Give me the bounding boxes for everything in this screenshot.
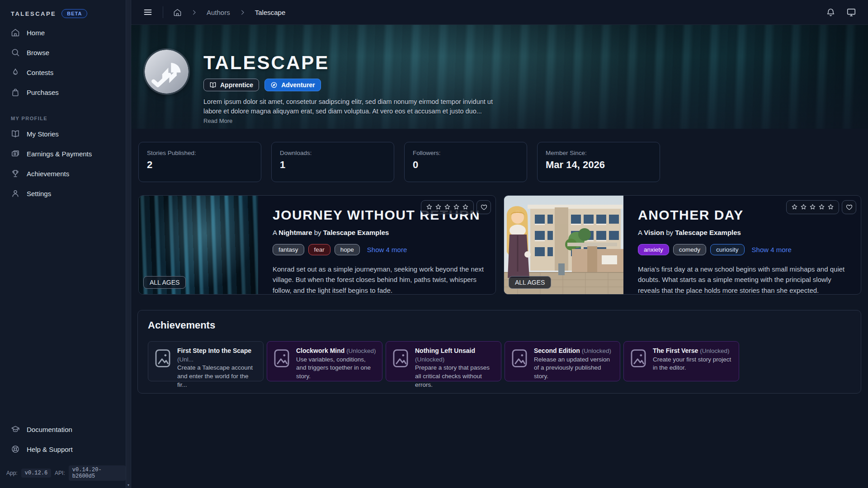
stat-member-since: Member Since: Mar 14, 2026 [537, 142, 660, 182]
tag-fantasy[interactable]: fantasy [273, 244, 304, 255]
story-byline: A Vision by Talescape Examples [638, 229, 852, 236]
sidebar-item-purchases[interactable]: Purchases [0, 82, 126, 102]
menu-toggle-icon[interactable] [143, 7, 153, 17]
tag-anxiety[interactable]: anxiety [638, 244, 669, 255]
sidebar-item-label: Home [27, 29, 45, 37]
stat-value: 2 [147, 159, 253, 171]
shopping-bag-icon [11, 88, 20, 97]
story-tags: anxiety comedy curiosity Show 4 more [638, 244, 852, 255]
chevron-right-icon [191, 9, 198, 16]
star-icon[interactable] [800, 203, 807, 211]
achievement-clockwork-mind[interactable]: Clockwork Mind (Unlocked) Use variables,… [267, 341, 382, 381]
stat-value: Mar 14, 2026 [546, 159, 651, 171]
sidebar-footer-nav: Documentation Help & Support [0, 419, 126, 459]
achievement-description: Release an updated version of a previous… [534, 356, 614, 381]
sidebar-item-home[interactable]: Home [0, 23, 126, 42]
image-placeholder-icon [273, 347, 291, 370]
sidebar-item-help-support[interactable]: Help & Support [0, 439, 126, 459]
tag-curiosity[interactable]: curiosity [710, 244, 745, 255]
trophy-icon [11, 169, 20, 178]
tag-comedy[interactable]: comedy [673, 244, 706, 255]
achievement-status: (Unlocked) [700, 347, 729, 354]
sidebar-item-settings[interactable]: Settings [0, 183, 126, 203]
flame-icon [11, 68, 20, 77]
sidebar-item-documentation[interactable]: Documentation [0, 419, 126, 439]
achievement-name: The First Verse [653, 347, 698, 354]
sidebar-scrollbar[interactable]: ▾ [126, 0, 130, 488]
breadcrumb-authors-link[interactable]: Authors [207, 9, 230, 16]
sidebar-item-contests[interactable]: Contests [0, 62, 126, 82]
story-card-another-day[interactable]: ALL AGES [504, 195, 861, 295]
topbar: Authors Talescape [131, 0, 868, 25]
star-icon[interactable] [453, 203, 460, 211]
achievement-nothing-left-unsaid[interactable]: Nothing Left Unsaid (Unlocked) Prepare a… [386, 341, 501, 381]
story-byline: A Nightmare by Talescape Examples [273, 229, 486, 236]
breadcrumb-home-icon[interactable] [173, 8, 182, 17]
sidebar-item-label: Earnings & Payments [27, 150, 92, 158]
image-placeholder-icon [629, 347, 647, 370]
show-more-tags-link[interactable]: Show 4 more [752, 246, 792, 253]
story-card-journey-without-return[interactable]: ALL AGES [138, 195, 496, 295]
sidebar-item-browse[interactable]: Browse [0, 42, 126, 62]
stats-row: Stories Published: 2 Downloads: 1 Follow… [138, 142, 861, 182]
sidebar-main-nav: Home Browse Contests Purchases [0, 23, 126, 102]
stat-label: Followers: [413, 150, 519, 156]
heart-icon [480, 203, 488, 211]
image-placeholder-icon [154, 347, 172, 370]
sidebar-item-earnings-payments[interactable]: Earnings & Payments [0, 144, 126, 164]
star-icon[interactable] [434, 203, 442, 211]
favorite-button[interactable] [476, 200, 491, 214]
stories-row: ALL AGES [138, 195, 861, 295]
story-genre: Nightmare [278, 229, 312, 236]
byline-prefix: A [273, 229, 277, 236]
sidebar-item-achievements[interactable]: Achievements [0, 164, 126, 183]
star-icon[interactable] [827, 203, 835, 211]
achievement-second-edition[interactable]: Second Edition (Unlocked) Release an upd… [505, 341, 620, 381]
author-badges: Apprentice Adventurer [203, 79, 507, 91]
image-placeholder-icon [510, 347, 528, 370]
star-icon[interactable] [809, 203, 816, 211]
star-icon[interactable] [462, 203, 469, 211]
notifications-bell-icon[interactable] [826, 8, 835, 17]
star-rating-control[interactable] [786, 200, 839, 214]
byline-by: by [314, 229, 321, 236]
achievement-description: Create your first story project in the e… [653, 356, 733, 372]
achievement-the-first-verse[interactable]: The First Verse (Unlocked) Create your f… [623, 341, 739, 381]
app-version-badge: v0.12.6 [21, 469, 51, 478]
star-rating-control[interactable] [421, 200, 474, 214]
achievements-row: First Step Into the Scape (Unl... Create… [148, 341, 850, 381]
user-icon [11, 189, 20, 198]
sidebar-item-label: Documentation [27, 426, 72, 433]
star-icon[interactable] [425, 203, 433, 211]
star-icon[interactable] [443, 203, 451, 211]
badge-adventurer[interactable]: Adventurer [264, 79, 321, 91]
author-bio: Lorem ipsum dolor sit amet, consetetur s… [203, 97, 507, 116]
tag-fear[interactable]: fear [308, 244, 330, 255]
story-description: Maria's first day at a new school begins… [638, 264, 852, 295]
compass-icon [270, 81, 278, 89]
api-version-badge: v0.14.20-b2600d5 [69, 465, 126, 481]
show-more-tags-link[interactable]: Show 4 more [367, 246, 407, 253]
heart-icon [845, 203, 853, 211]
achievement-description: Create a Talescape account and enter the… [177, 364, 258, 389]
achievement-first-step[interactable]: First Step Into the Scape (Unl... Create… [148, 341, 264, 381]
stat-downloads: Downloads: 1 [271, 142, 394, 182]
read-more-link[interactable]: Read More [203, 117, 232, 124]
byline-prefix: A [638, 229, 642, 236]
chevron-right-icon [239, 9, 246, 16]
image-placeholder-icon [392, 347, 410, 370]
sidebar-item-my-stories[interactable]: My Stories [0, 124, 126, 144]
badge-apprentice[interactable]: Apprentice [203, 79, 259, 91]
stat-stories-published: Stories Published: 2 [138, 142, 261, 182]
sidebar-profile-nav: My Stories Earnings & Payments Achieveme… [0, 124, 126, 203]
scrollbar-down-arrow[interactable]: ▾ [126, 483, 131, 487]
star-icon[interactable] [791, 203, 798, 211]
favorite-button[interactable] [842, 200, 856, 214]
display-monitor-icon[interactable] [846, 7, 856, 17]
tag-hope[interactable]: hope [335, 244, 360, 255]
age-rating-badge: ALL AGES [143, 276, 186, 289]
sidebar-logo: TALESCAPE BETA [0, 0, 126, 23]
star-icon[interactable] [818, 203, 826, 211]
avatar[interactable] [145, 50, 189, 94]
achievement-status: (Unlocked) [582, 347, 611, 354]
